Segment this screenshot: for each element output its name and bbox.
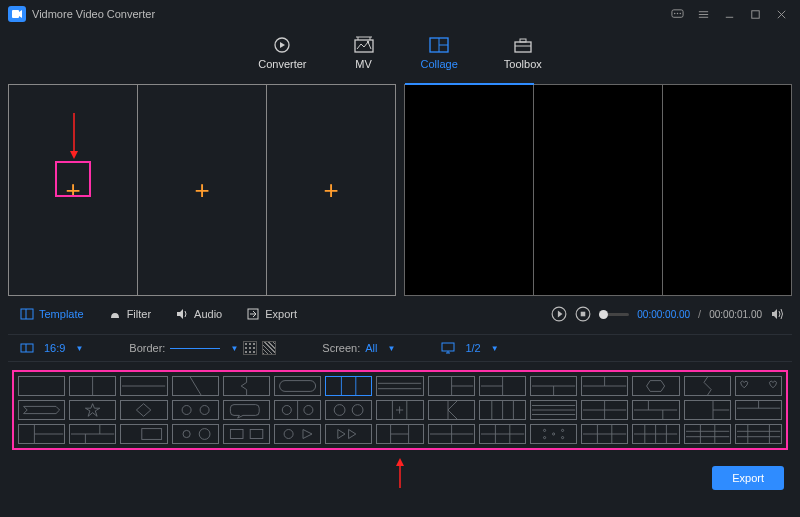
template-2circ[interactable] (172, 400, 219, 420)
template-4x1[interactable] (530, 400, 577, 420)
tab-audio[interactable]: Audio (163, 307, 234, 321)
tab-filter[interactable]: Filter (96, 307, 163, 321)
border-style-picker[interactable] (262, 341, 276, 355)
aspect-ratio-select[interactable]: 16:9 ▼ (20, 341, 83, 355)
border-line-preview (170, 348, 220, 349)
template-1x4[interactable] (479, 400, 526, 420)
volume-icon[interactable] (770, 307, 784, 321)
template-diamond[interactable] (120, 400, 167, 420)
template-t-shape[interactable] (530, 376, 577, 396)
border-color-picker[interactable] (243, 341, 257, 355)
collage-cell-2[interactable]: + (138, 85, 267, 295)
border-width-select[interactable]: ▼ (170, 344, 238, 353)
template-plus-tile[interactable] (376, 400, 423, 420)
template-hearts[interactable] (735, 376, 782, 396)
template-arrow-l[interactable] (428, 400, 475, 420)
stop-button[interactable] (575, 306, 591, 322)
template-2circ-b[interactable] (172, 424, 219, 444)
template-grid-complex2[interactable] (735, 424, 782, 444)
nav-toolbox-label: Toolbox (504, 58, 542, 70)
template-l-shape[interactable] (428, 376, 475, 396)
template-t-shape-2[interactable] (581, 376, 628, 396)
tab-audio-label: Audio (194, 308, 222, 320)
collage-cell-3[interactable]: + (267, 85, 395, 295)
minimize-button[interactable] (718, 3, 740, 25)
svg-point-85 (183, 430, 190, 437)
template-l-shape-2[interactable] (479, 376, 526, 396)
collage-cell-1[interactable]: + (9, 85, 138, 295)
collage-icon (428, 36, 450, 54)
template-circ-play[interactable] (274, 424, 321, 444)
svg-point-14 (366, 41, 368, 43)
template-dots4[interactable] (530, 424, 577, 444)
template-ovals[interactable] (325, 400, 372, 420)
screen-select[interactable]: All ▼ (365, 342, 395, 354)
template-2rect[interactable] (223, 424, 270, 444)
template-2x2[interactable] (581, 400, 628, 420)
add-media-icon[interactable]: + (323, 175, 338, 206)
tab-export[interactable]: Export (234, 307, 309, 321)
template-diag[interactable] (172, 376, 219, 396)
progress-bar[interactable] (599, 313, 630, 316)
playback-controls: 00:00:00.00/00:00:01.00 (543, 306, 792, 322)
template-tri-l[interactable] (18, 424, 65, 444)
progress-thumb[interactable] (599, 310, 608, 319)
template-star[interactable] (69, 400, 116, 420)
preview-active-indicator (405, 83, 534, 85)
template-hex[interactable] (632, 376, 679, 396)
template-4x2[interactable] (632, 424, 679, 444)
svg-point-55 (182, 406, 191, 415)
main-area: + + + (0, 78, 800, 296)
template-3x2[interactable] (581, 424, 628, 444)
svg-point-56 (200, 406, 209, 415)
template-1x2[interactable] (69, 376, 116, 396)
template-side3[interactable] (684, 400, 731, 420)
export-button[interactable]: Export (712, 466, 784, 490)
template-2x1[interactable] (120, 376, 167, 396)
border-label: Border: (129, 342, 165, 354)
template-notch-l[interactable] (223, 376, 270, 396)
template-3col-mid[interactable] (376, 424, 423, 444)
template-offset2[interactable] (69, 424, 116, 444)
play-button[interactable] (551, 306, 567, 322)
screen-value: All (365, 342, 377, 354)
template-3x1[interactable] (376, 376, 423, 396)
nav-toolbox[interactable]: Toolbox (504, 36, 542, 70)
close-button[interactable] (770, 3, 792, 25)
toolbox-icon (512, 36, 534, 54)
template-grid (18, 376, 782, 444)
tab-export-label: Export (265, 308, 297, 320)
svg-rect-84 (142, 429, 162, 440)
svg-rect-25 (21, 309, 33, 319)
mv-icon (353, 36, 375, 54)
options-bar: 16:9 ▼ Border: ▼ Screen: All ▼ 1/2 ▼ (8, 334, 792, 362)
maximize-button[interactable] (744, 3, 766, 25)
template-banner[interactable] (18, 400, 65, 420)
template-inset[interactable] (120, 424, 167, 444)
template-circles-row[interactable] (274, 400, 321, 420)
template-rounded[interactable] (274, 376, 321, 396)
template-bubble[interactable] (223, 400, 270, 420)
converter-icon (271, 36, 293, 54)
add-media-icon[interactable]: + (194, 175, 209, 206)
feedback-icon[interactable] (666, 3, 688, 25)
preview-ratio-select[interactable]: 1/2 ▼ (441, 341, 498, 355)
template-2x3[interactable] (479, 424, 526, 444)
audio-icon (175, 307, 189, 321)
nav-mv[interactable]: MV (353, 36, 375, 70)
nav-collage[interactable]: Collage (421, 36, 458, 70)
tab-template[interactable]: Template (8, 307, 96, 321)
template-zigzag[interactable] (684, 376, 731, 396)
template-2x2b[interactable] (428, 424, 475, 444)
template-1x3-active[interactable] (325, 376, 372, 396)
svg-marker-54 (137, 404, 151, 417)
template-grid-complex[interactable] (684, 424, 731, 444)
nav-converter[interactable]: Converter (258, 36, 306, 70)
template-fwd[interactable] (325, 424, 372, 444)
svg-line-38 (190, 377, 201, 395)
template-offset[interactable] (632, 400, 679, 420)
menu-icon[interactable] (692, 3, 714, 25)
template-1x1[interactable] (18, 376, 65, 396)
template-top2[interactable] (735, 400, 782, 420)
aspect-icon (20, 341, 34, 355)
